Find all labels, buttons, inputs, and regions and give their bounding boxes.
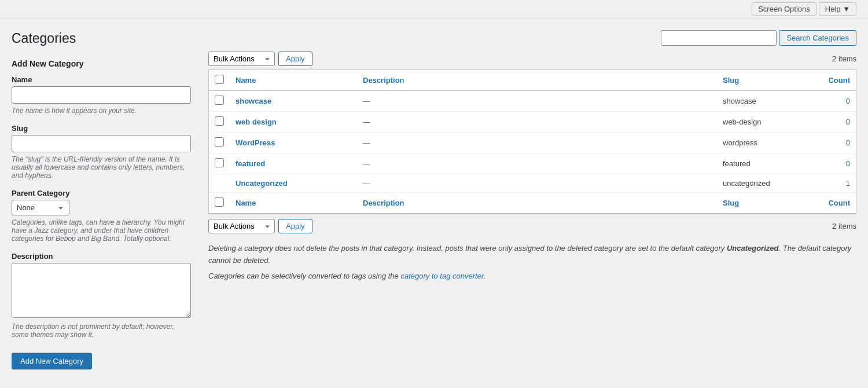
- description-hint: The description is not prominent by defa…: [12, 323, 191, 339]
- slug-group: Slug The "slug" is the URL-friendly vers…: [12, 124, 191, 180]
- header-description[interactable]: Description: [357, 70, 717, 91]
- name-label: Name: [12, 75, 191, 84]
- screen-options-button[interactable]: Screen Options: [752, 2, 816, 16]
- help-button[interactable]: Help ▼: [819, 2, 856, 16]
- top-action-row-left: Bulk Actions Apply: [208, 52, 312, 66]
- bottom-action-row: Bulk Actions Apply 2 items: [208, 219, 856, 233]
- table-header-row: Name Description Slug Count: [209, 70, 856, 91]
- description-group: Description The description is not promi…: [12, 252, 191, 339]
- row-name-cell: web design: [230, 112, 357, 133]
- apply-button-top[interactable]: Apply: [278, 52, 312, 66]
- bulk-actions-select-bottom[interactable]: Bulk Actions: [208, 219, 275, 233]
- top-bar: Screen Options Help ▼: [0, 0, 868, 19]
- category-name-link[interactable]: Uncategorized: [236, 179, 288, 188]
- table-row: showcase—showcase0: [209, 91, 856, 112]
- parent-category-label: Parent Category: [12, 189, 191, 197]
- page-container: Categories Add New Category Name The nam…: [0, 19, 868, 381]
- category-count-link[interactable]: 0: [846, 118, 850, 126]
- search-categories-button[interactable]: Search Categories: [779, 30, 856, 46]
- items-count-top: 2 items: [832, 54, 856, 63]
- category-count-link[interactable]: 0: [846, 138, 850, 147]
- header-slug[interactable]: Slug: [717, 70, 821, 91]
- category-count-link[interactable]: 1: [846, 179, 850, 188]
- row-count-cell: 0: [821, 153, 856, 174]
- footer-note: Deleting a category does not delete the …: [208, 243, 856, 282]
- page-title: Categories: [12, 30, 191, 47]
- select-all-checkbox-footer[interactable]: [215, 197, 224, 207]
- row-checkbox-cell: [209, 112, 230, 133]
- search-categories-input[interactable]: [661, 30, 777, 46]
- categories-table-wrapper: Name Description Slug Count showcase—sho…: [208, 69, 856, 214]
- row-name-cell: Uncategorized: [230, 174, 357, 193]
- footer-description[interactable]: Description: [357, 193, 717, 214]
- header-count[interactable]: Count: [821, 70, 856, 91]
- items-count-bottom: 2 items: [832, 222, 856, 230]
- apply-button-bottom[interactable]: Apply: [278, 219, 312, 233]
- table-row: featured—featured0: [209, 153, 856, 174]
- header-checkbox-cell: [209, 70, 230, 91]
- parent-category-select[interactable]: None: [12, 200, 69, 215]
- row-checkbox[interactable]: [215, 158, 224, 167]
- row-count-cell: 1: [821, 174, 856, 193]
- categories-table: Name Description Slug Count showcase—sho…: [209, 70, 856, 214]
- description-label: Description: [12, 252, 191, 261]
- name-hint: The name is how it appears on your site.: [12, 107, 191, 115]
- table-row: web design—web-design0: [209, 112, 856, 133]
- row-checkbox-cell: [209, 91, 230, 112]
- parent-hint: Categories, unlike tags, can have a hier…: [12, 218, 191, 243]
- category-name-link[interactable]: showcase: [236, 97, 271, 105]
- row-name-cell: WordPress: [230, 133, 357, 153]
- select-all-checkbox[interactable]: [215, 75, 224, 84]
- row-slug-cell: wordpress: [717, 133, 821, 153]
- category-name-link[interactable]: WordPress: [236, 138, 275, 147]
- footer-count[interactable]: Count: [821, 193, 856, 214]
- footer-note-uncategorized: Uncategorized: [727, 244, 779, 252]
- row-name-cell: showcase: [230, 91, 357, 112]
- row-slug-cell: showcase: [717, 91, 821, 112]
- parent-category-group: Parent Category None Categories, unlike …: [12, 189, 191, 243]
- category-name-link[interactable]: web design: [236, 118, 277, 126]
- footer-note-1: Deleting a category does not delete the …: [208, 243, 856, 267]
- row-slug-cell: uncategorized: [717, 174, 821, 193]
- table-footer-header-row: Name Description Slug Count: [209, 193, 856, 214]
- left-panel: Categories Add New Category Name The nam…: [12, 30, 191, 369]
- add-new-category-button[interactable]: Add New Category: [12, 353, 92, 369]
- row-checkbox[interactable]: [215, 96, 224, 105]
- category-to-tag-converter-link[interactable]: category to tag converter: [400, 272, 483, 280]
- row-checkbox-cell: [209, 133, 230, 153]
- slug-input[interactable]: [12, 135, 191, 152]
- name-input[interactable]: [12, 86, 191, 104]
- footer-slug[interactable]: Slug: [717, 193, 821, 214]
- bottom-action-row-left: Bulk Actions Apply: [208, 219, 312, 233]
- table-row: WordPress—wordpress0: [209, 133, 856, 153]
- row-description-cell: —: [357, 112, 717, 133]
- row-slug-cell: web-design: [717, 112, 821, 133]
- row-count-cell: 0: [821, 133, 856, 153]
- row-count-cell: 0: [821, 112, 856, 133]
- row-count-cell: 0: [821, 91, 856, 112]
- top-action-row: Bulk Actions Apply 2 items: [208, 52, 856, 66]
- bulk-actions-select-top[interactable]: Bulk Actions: [208, 52, 275, 66]
- row-name-cell: featured: [230, 153, 357, 174]
- name-group: Name The name is how it appears on your …: [12, 75, 191, 115]
- category-count-link[interactable]: 0: [846, 97, 850, 105]
- row-checkbox[interactable]: [215, 116, 224, 126]
- row-description-cell: —: [357, 174, 717, 193]
- search-row: Search Categories: [208, 30, 856, 46]
- footer-note-2: Categories can be selectively converted …: [208, 270, 856, 283]
- add-new-category-title: Add New Category: [12, 59, 191, 68]
- slug-hint: The "slug" is the URL-friendly version o…: [12, 155, 191, 180]
- row-description-cell: —: [357, 133, 717, 153]
- header-name[interactable]: Name: [230, 70, 357, 91]
- category-name-link[interactable]: featured: [236, 159, 265, 168]
- slug-label: Slug: [12, 124, 191, 133]
- row-description-cell: —: [357, 91, 717, 112]
- row-checkbox-cell: [209, 174, 230, 193]
- row-checkbox[interactable]: [215, 137, 224, 147]
- footer-checkbox-cell: [209, 193, 230, 214]
- row-checkbox-cell: [209, 153, 230, 174]
- table-row: Uncategorized—uncategorized1: [209, 174, 856, 193]
- category-count-link[interactable]: 0: [846, 159, 850, 168]
- description-textarea[interactable]: [12, 263, 191, 318]
- footer-name[interactable]: Name: [230, 193, 357, 214]
